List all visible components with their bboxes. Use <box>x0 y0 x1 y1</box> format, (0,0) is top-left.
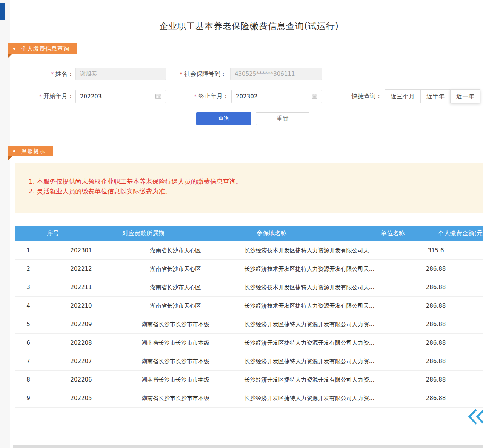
bullet-dot-icon <box>13 48 15 50</box>
cell-area: 湖南省长沙市天心区 <box>121 265 230 273</box>
cell-amount: 286.88 <box>389 358 483 365</box>
cell-amount: 286.88 <box>389 302 483 309</box>
cell-period: 202209 <box>42 321 121 328</box>
bullet-dot-icon <box>13 150 15 152</box>
name-label-text: 姓名： <box>55 70 74 77</box>
table-row: 2 202212 湖南省长沙市天心区 长沙经济技术开发区捷特人力资源开发有限公司… <box>15 260 483 278</box>
end-month-label-text: 终止年月： <box>198 92 229 100</box>
required-asterisk: * <box>194 93 197 99</box>
double-chevron-left-icon[interactable] <box>467 408 483 425</box>
name-label: *姓名： <box>22 68 74 80</box>
cell-area: 湖南省长沙市长沙市市本级 <box>121 376 230 384</box>
cell-company: 长沙经济技术开发区捷特人力资源开发有限公司天... <box>230 284 389 291</box>
end-month-value: 202302 <box>236 93 257 100</box>
cell-seq: 9 <box>15 395 42 402</box>
cell-amount: 286.88 <box>389 321 483 328</box>
table-row: 1 202301 湖南省长沙市天心区 长沙经济技术开发区捷特人力资源开发有限公司… <box>15 241 483 260</box>
end-month-label: *终止年月： <box>169 90 229 103</box>
cell-period: 202301 <box>42 247 121 254</box>
cell-company: 长沙经济开发区捷特人力资源开发有限公司人力资... <box>230 321 389 328</box>
end-month-input[interactable]: 202302 <box>231 90 322 103</box>
cell-area: 湖南省长沙市长沙市市本级 <box>121 339 230 347</box>
cell-period: 202210 <box>42 302 121 309</box>
start-month-label: *开始年月： <box>22 90 74 103</box>
cell-seq: 2 <box>15 265 42 272</box>
section-label: 温馨提示 <box>21 148 45 155</box>
cell-period: 202208 <box>42 339 121 346</box>
name-input[interactable]: 谢旭泰 <box>75 68 166 80</box>
cell-amount: 315.6 <box>389 247 483 254</box>
cell-period: 202206 <box>42 376 121 383</box>
table-header-cell: 参保地名称 <box>196 230 348 238</box>
cell-period: 202211 <box>42 284 121 291</box>
quick-query-label: 快捷查询： <box>347 90 382 103</box>
ssn-value: 430525******306111 <box>235 71 295 77</box>
notice-box: 1. 本服务仅提供尚未领取企业职工基本养老保险待遇人员的缴费信息查询。 2. 灵… <box>15 163 483 213</box>
cell-amount: 286.88 <box>389 284 483 291</box>
cell-company: 长沙经济技术开发区捷特人力资源开发有限公司天... <box>230 265 389 273</box>
cell-area: 湖南省长沙市长沙市市本级 <box>121 395 230 402</box>
cell-company: 长沙经济开发区捷特人力资源开发有限公司人力资... <box>230 358 389 365</box>
start-month-input[interactable]: 202203 <box>75 90 166 103</box>
cell-seq: 3 <box>15 284 42 291</box>
cell-seq: 4 <box>15 302 42 309</box>
cell-seq: 1 <box>15 247 42 254</box>
notice-line: 1. 本服务仅提供尚未领取企业职工基本养老保险待遇人员的缴费信息查询。 <box>29 176 242 186</box>
calendar-icon[interactable] <box>155 93 162 100</box>
cell-company: 长沙经济开发区捷特人力资源开发有限公司人力资... <box>230 376 389 384</box>
table-row: 3 202211 湖南省长沙市天心区 长沙经济技术开发区捷特人力资源开发有限公司… <box>15 278 483 297</box>
table-header-cell: 个人缴费金额(元) <box>438 230 483 238</box>
start-month-label-text: 开始年月： <box>43 92 74 100</box>
ssn-label: *社会保障号码： <box>166 68 226 80</box>
table-header-cell: 单位名称 <box>348 230 438 238</box>
bottom-edge-bar <box>13 445 483 448</box>
cell-area: 湖南省长沙市长沙市市本级 <box>121 358 230 365</box>
cell-seq: 6 <box>15 339 42 346</box>
sidebar-blue-block <box>0 3 5 20</box>
cell-amount: 286.88 <box>389 339 483 346</box>
table-header-row: 序号 对应费款所属期 参保地名称 单位名称 个人缴费金额(元) <box>15 226 483 241</box>
table-row: 7 202207 湖南省长沙市长沙市市本级 长沙经济开发区捷特人力资源开发有限公… <box>15 352 483 371</box>
notice-lines: 1. 本服务仅提供尚未领取企业职工基本养老保险待遇人员的缴费信息查询。 2. 灵… <box>29 176 242 196</box>
ssn-input[interactable]: 430525******306111 <box>230 68 322 80</box>
cell-company: 长沙经济开发区捷特人力资源开发有限公司人力资... <box>230 395 389 402</box>
page-title: 企业职工基本养老保险缴费信息查询(试运行) <box>15 20 483 32</box>
query-button[interactable]: 查询 <box>196 112 251 125</box>
cell-company: 长沙经济技术开发区捷特人力资源开发有限公司天... <box>230 302 389 310</box>
reset-button[interactable]: 重置 <box>256 112 309 125</box>
table-row: 6 202208 湖南省长沙市长沙市市本级 长沙经济开发区捷特人力资源开发有限公… <box>15 334 483 352</box>
cell-seq: 8 <box>15 376 42 383</box>
cell-period: 202205 <box>42 395 121 402</box>
cell-area: 湖南省长沙市天心区 <box>121 284 230 291</box>
cell-area: 湖南省长沙市天心区 <box>121 247 230 254</box>
required-asterisk: * <box>51 71 54 77</box>
payment-table: 序号 对应费款所属期 参保地名称 单位名称 个人缴费金额(元) 1 202301… <box>15 226 483 408</box>
cell-period: 202212 <box>42 265 121 272</box>
name-value: 谢旭泰 <box>80 70 97 77</box>
cell-amount: 286.88 <box>389 265 483 272</box>
calendar-icon[interactable] <box>311 93 318 100</box>
required-asterisk: * <box>180 71 182 77</box>
cell-amount: 286.88 <box>389 376 483 383</box>
left-page-strip <box>0 0 10 448</box>
notice-line: 2. 灵活就业人员的缴费单位信息以实际缴费为准。 <box>29 186 242 196</box>
quick-range-button[interactable]: 近三个月 <box>385 89 421 103</box>
table-row: 9 202205 湖南省长沙市长沙市市本级 长沙经济开发区捷特人力资源开发有限公… <box>15 389 483 408</box>
quick-range-button[interactable]: 近半年 <box>420 89 451 103</box>
cell-seq: 7 <box>15 358 42 365</box>
cell-company: 长沙经济技术开发区捷特人力资源开发有限公司天... <box>230 247 389 254</box>
cell-seq: 5 <box>15 321 42 328</box>
quick-range-button[interactable]: 近一年 <box>450 89 480 103</box>
cell-area: 湖南省长沙市长沙市市本级 <box>121 321 230 328</box>
quick-query-group: 近三个月 近半年 近一年 <box>385 89 480 103</box>
cell-period: 202207 <box>42 358 121 365</box>
required-asterisk: * <box>39 93 42 99</box>
table-row: 8 202206 湖南省长沙市长沙市市本级 长沙经济开发区捷特人力资源开发有限公… <box>15 371 483 389</box>
table-body: 1 202301 湖南省长沙市天心区 长沙经济技术开发区捷特人力资源开发有限公司… <box>15 241 483 408</box>
table-header-cell: 序号 <box>15 230 91 238</box>
section-header-personal-query: 个人缴费信息查询 <box>8 43 77 54</box>
section-header-tips: 温馨提示 <box>8 146 53 156</box>
cell-area: 湖南省长沙市天心区 <box>121 302 230 310</box>
section-label: 个人缴费信息查询 <box>21 45 69 52</box>
ssn-label-text: 社会保障号码： <box>184 70 226 77</box>
